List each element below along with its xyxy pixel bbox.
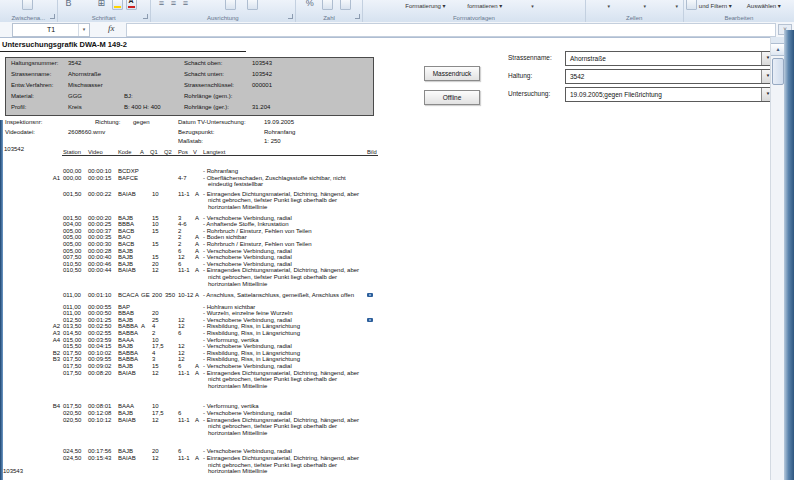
column-header-a: A (140, 149, 144, 155)
field-label: Profil: (11, 104, 26, 110)
name-box-dropdown-icon[interactable]: ▾ (78, 24, 89, 36)
obs-station: 017,50 (63, 350, 81, 357)
column-header-bild: Bild (367, 149, 377, 155)
observation-row: A2013,5000:02:50BABBAA412- Rissbildung, … (0, 323, 380, 330)
column-header-video: Video (88, 149, 103, 155)
obs-code: B4 (40, 403, 60, 410)
split-handle[interactable] (771, 37, 785, 44)
inspection-cell: Datum TV-Untersuchung: (178, 119, 246, 125)
delete-caret-icon[interactable]: ▾ (644, 3, 647, 9)
dialog-launcher-icon[interactable] (288, 14, 293, 19)
haltung-combobox[interactable]: 3542 ▼ (565, 69, 775, 84)
observation-row: 010,5000:00:46BAJB206- Verschobene Verbi… (0, 261, 380, 268)
name-box-value: T1 (47, 26, 55, 33)
obs-kode: BABBA (118, 330, 138, 337)
camera-icon[interactable] (367, 318, 373, 322)
insert-caret-icon[interactable]: ▾ (608, 3, 611, 9)
obs-kode: BABBA (118, 323, 138, 330)
dialog-launcher-icon[interactable] (50, 14, 55, 19)
obs-station: 020,50 (63, 417, 81, 424)
observation-row: 001,5000:00:20BAJB153A- Verschobene Verb… (0, 215, 380, 222)
format-caret-icon[interactable]: ▾ (676, 3, 679, 9)
obs-langtext: - Rohranfang (203, 168, 362, 175)
dialog-launcher-icon[interactable] (355, 14, 360, 19)
excel-ribbon: Zwischena... B ⊞ A Schriftart ≡ ≡ ≡ Ausr… (0, 0, 794, 23)
obs-langtext: - Rissbildung, Riss, in Längsrichtung (203, 323, 362, 330)
merge-center-icon[interactable] (247, 0, 258, 10)
decimal-icon[interactable] (340, 0, 351, 10)
obs-station: 017,50 (63, 370, 81, 377)
vertical-scrollbar[interactable]: ▲ (770, 37, 785, 480)
camera-icon[interactable] (367, 293, 373, 297)
align-right-icon[interactable]: ≡ (183, 0, 188, 9)
obs-kode: BAIAB (118, 417, 136, 424)
obs-kode: BAJB (118, 363, 133, 370)
obs-kode: BACB (118, 241, 134, 248)
obs-pos: 6 (178, 330, 181, 337)
obs-kode: BAJB (118, 410, 133, 417)
obs-station: 005,00 (63, 228, 81, 235)
obs-v: A (195, 417, 199, 424)
font-color-icon[interactable]: A (126, 0, 137, 10)
obs-v: A (195, 370, 199, 377)
observation-row: 017,5000:09:02BAJB156A- Verschobene Verb… (0, 363, 380, 370)
obs-video-time: 00:08:01 (88, 403, 111, 410)
obs-video-time: 00:00:20 (88, 215, 111, 222)
formula-input[interactable] (126, 23, 776, 37)
group-label-clipboard: Zwischena... (0, 15, 57, 21)
obs-video-time: 00:00:40 (88, 254, 111, 261)
ribbon-group-clipboard: Zwischena... (0, 0, 58, 22)
dialog-launcher-icon[interactable] (143, 14, 148, 19)
untersuchung-combobox[interactable]: 19.09.2005;gegen Fließrichtung ▼ (565, 87, 775, 102)
field-label: Entw.Verfahren: (11, 82, 53, 88)
field-value: GGG (68, 93, 82, 99)
obs-v: A (195, 191, 199, 198)
fill-color-icon[interactable] (112, 0, 123, 10)
obs-langtext: - Rohrbruch / Einsturz, Fehlen von Teile… (203, 241, 362, 248)
align-left-icon[interactable]: ≡ (159, 0, 164, 9)
observation-row: 024,5000:15:43BAIAB1211-1A- Einragendes … (0, 455, 380, 475)
obs-langtext: - Verformung, vertika (203, 337, 362, 344)
column-header-langtext: Langtext (203, 149, 225, 155)
clear-icon[interactable] (686, 0, 697, 10)
borders-icon[interactable]: ⊞ (98, 0, 106, 9)
obs-video-time: 00:09:02 (88, 363, 111, 370)
find-select-button[interactable]: Auswählen ▾ (747, 2, 781, 9)
field-label: B: 400 H: 400 (124, 104, 161, 110)
field-value: Kreis (68, 104, 82, 110)
obs-station: 017,50 (63, 356, 81, 363)
obs-pos: 6 (178, 410, 181, 417)
column-header-station: Station (63, 149, 81, 155)
insert-function-button[interactable]: fx (108, 23, 115, 33)
percent-style-icon[interactable]: % (306, 0, 314, 9)
field-label: Rohrlänge (ger.): (184, 104, 229, 110)
wrap-text-icon[interactable] (225, 0, 236, 10)
strassenname-combobox[interactable]: Ahornstraße ▼ (565, 51, 775, 66)
obs-kode: BAJB (118, 254, 133, 261)
strassenname-value: Ahornstraße (570, 55, 606, 62)
obs-code: A4 (40, 337, 60, 344)
scroll-up-icon[interactable]: ▲ (771, 44, 785, 56)
name-box[interactable]: T1 ▾ (12, 23, 90, 37)
obs-station: 024,50 (63, 448, 81, 455)
obs-langtext: - Oberflächenschaden, Zuschlagsstoffe si… (203, 175, 362, 188)
bold-icon[interactable]: B (66, 0, 72, 9)
massendruck-button[interactable]: Massendruck (424, 66, 480, 81)
sort-filter-button[interactable]: und Filtern ▾ (699, 2, 732, 9)
observation-row: 005,0000:00:30BACB152A- Rohrbruch / Eins… (0, 241, 380, 248)
group-label-font: Schriftart (58, 15, 150, 21)
align-center-icon[interactable]: ≡ (171, 0, 176, 9)
observation-row: A3014,5000:02:55BABBA26- Rissbildung, Ri… (0, 330, 380, 337)
obs-station: 007,50 (63, 254, 81, 261)
format-as-table-button[interactable]: formatieren ▾ (467, 2, 502, 9)
obs-station: 012,50 (63, 317, 81, 324)
scrollbar-thumb[interactable] (772, 58, 784, 85)
worksheet: Untersuchungsgrafik DWA-M 149-2 Haltungs… (0, 37, 770, 480)
comma-style-icon[interactable] (322, 0, 333, 10)
obs-langtext: - Einragendes Dichtungsmaterial, Dichtri… (203, 417, 362, 437)
format-painter-icon[interactable] (22, 0, 33, 10)
conditional-formatting-button[interactable]: Formatierung ▾ (405, 2, 445, 9)
obs-kode: BAJB (118, 215, 133, 222)
cell-styles-caret-icon[interactable]: ▾ (531, 3, 534, 9)
offline-button[interactable]: Offline (424, 90, 480, 105)
